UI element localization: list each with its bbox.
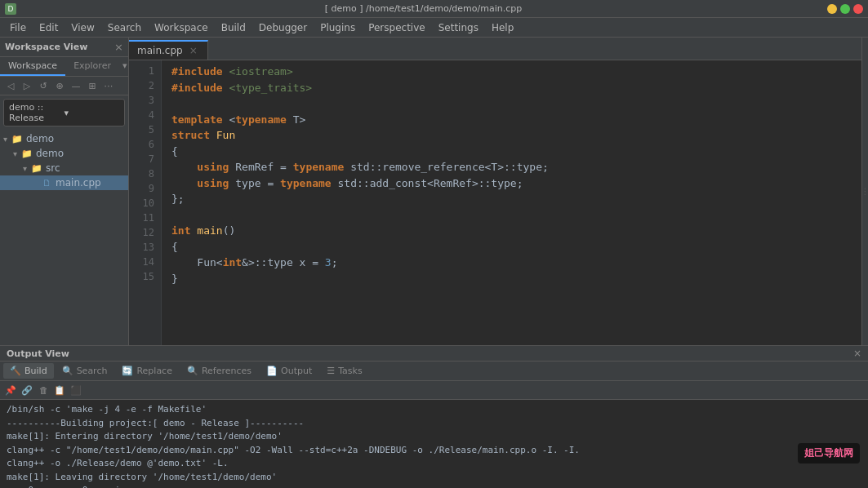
tree-item-demo-root[interactable]: ▾ 📁 demo [0, 131, 128, 146]
folder-icon: 📁 [11, 133, 23, 144]
menu-plugins[interactable]: Plugins [314, 20, 362, 35]
output-content: /bin/sh -c 'make -j 4 -e -f Makefile' --… [0, 400, 868, 488]
workspace-panel-title: Workspace View [5, 42, 87, 52]
output-tab-output[interactable]: 📄 Output [260, 363, 318, 379]
tree-label-demo-folder: demo [36, 148, 64, 159]
app-icon: D [5, 3, 16, 15]
workspace-tabs: Workspace Explorer ▾ [0, 57, 128, 77]
output-tab-replace[interactable]: 🔄 Replace [115, 363, 179, 379]
menu-debugger[interactable]: Debugger [252, 20, 314, 35]
file-tree: ▾ 📁 demo ▾ 📁 demo ▾ 📁 src [0, 130, 128, 345]
output-tabs: 🔨 Build 🔍 Search 🔄 Replace 🔍 References … [0, 362, 868, 381]
editor-tab-close-button[interactable]: × [188, 45, 199, 56]
output-toolbar: 📌 🔗 🗑 📋 ⬛ [0, 381, 868, 400]
tab-workspace[interactable]: Workspace [0, 57, 65, 76]
tree-item-demo-folder[interactable]: ▾ 📁 demo [0, 146, 128, 161]
output-line-6: make[1]: Leaving directory '/home/test1/… [7, 471, 861, 485]
tree-arrow-2: ▾ [13, 149, 21, 158]
right-resize-sash[interactable]: ⋮ [861, 38, 868, 345]
output-tab-build[interactable]: 🔨 Build [3, 363, 54, 379]
tree-label-src: src [46, 162, 60, 174]
toolbar-expand-icon[interactable]: ⊞ [85, 78, 100, 93]
replace-tab-label: Replace [136, 366, 172, 376]
config-label: demo :: Release [9, 102, 65, 123]
output-line-2: ----------Building project:[ demo - Rele… [7, 417, 861, 431]
search-tab-label: Search [77, 366, 108, 376]
menu-build[interactable]: Build [215, 20, 252, 35]
output-tab-output-label: Output [281, 366, 312, 376]
workspace-panel: Workspace View × Workspace Explorer ▾ ◁ … [0, 38, 129, 345]
output-panel-title: Output View [7, 348, 69, 359]
code-content[interactable]: #include <iostream> #include <type_trait… [162, 60, 861, 345]
output-line-1: /bin/sh -c 'make -j 4 -e -f Makefile' [7, 403, 861, 417]
output-line-5: clang++ -o ./Release/demo @'demo.txt' -L… [7, 457, 861, 471]
editor-tab-main-cpp[interactable]: main.cpp × [129, 40, 208, 60]
menu-help[interactable]: Help [485, 20, 520, 35]
output-copy-icon[interactable]: 📋 [52, 383, 67, 397]
build-tab-icon: 🔨 [10, 366, 21, 376]
toolbar-forward-icon[interactable]: ▷ [20, 78, 34, 93]
tree-label-main-cpp: main.cpp [56, 177, 101, 189]
output-tab-search[interactable]: 🔍 Search [56, 363, 114, 379]
references-tab-icon: 🔍 [187, 366, 198, 376]
menu-view[interactable]: View [65, 20, 100, 35]
tree-label-demo-root: demo [26, 133, 54, 144]
output-clear-icon[interactable]: 🗑 [36, 383, 51, 397]
folder-icon-2: 📁 [21, 148, 33, 159]
menu-perspective[interactable]: Perspective [362, 20, 432, 35]
folder-icon-src: 📁 [31, 162, 42, 174]
tasks-tab-label: Tasks [338, 366, 362, 376]
editor-tab-label: main.cpp [137, 45, 183, 56]
tree-item-src[interactable]: ▾ 📁 src [0, 161, 128, 175]
menu-bar: File Edit View Search Workspace Build De… [0, 18, 868, 38]
tree-item-main-cpp[interactable]: 🗋 main.cpp [0, 175, 128, 190]
toolbar-add-icon[interactable]: ⊕ [52, 78, 67, 93]
tab-explorer[interactable]: Explorer [65, 57, 119, 76]
references-tab-label: References [202, 366, 251, 376]
menu-file[interactable]: File [3, 20, 33, 35]
output-stop-icon[interactable]: ⬛ [69, 383, 83, 397]
chevron-down-icon: ▾ [65, 108, 120, 118]
bottom-panel-header: Output View × [0, 346, 868, 362]
toolbar-back-icon[interactable]: ◁ [3, 78, 18, 93]
output-line-3: make[1]: Entering directory '/home/test1… [7, 430, 861, 444]
menu-settings[interactable]: Settings [432, 20, 485, 35]
maximize-button[interactable] [840, 4, 850, 14]
toolbar-collapse-icon[interactable]: — [69, 78, 83, 93]
editor-tabs: main.cpp × [129, 38, 861, 60]
config-dropdown[interactable]: demo :: Release ▾ [3, 99, 125, 126]
output-line-4: clang++ -c "/home/test1/demo/demo/main.c… [7, 444, 861, 458]
toolbar-refresh-icon[interactable]: ↺ [36, 78, 51, 93]
line-numbers: 12345 678910 1112131415 [129, 60, 162, 345]
minimize-button[interactable] [827, 4, 837, 14]
search-tab-icon: 🔍 [62, 366, 73, 376]
main-layout: Workspace View × Workspace Explorer ▾ ◁ … [0, 38, 868, 345]
menu-workspace[interactable]: Workspace [148, 20, 215, 35]
output-tab-icon: 📄 [266, 366, 278, 376]
output-line-7: ====0 errors, 0 warnings==== [7, 484, 861, 488]
editor-area: main.cpp × 12345 678910 1112131415 #incl… [129, 38, 861, 345]
tasks-tab-icon: ☰ [327, 366, 335, 376]
workspace-panel-header: Workspace View × [0, 38, 128, 57]
menu-search[interactable]: Search [101, 20, 148, 35]
title-bar: D [ demo ] /home/test1/demo/demo/main.cp… [0, 0, 868, 18]
close-workspace-panel-button[interactable]: × [114, 41, 123, 53]
menu-edit[interactable]: Edit [33, 20, 65, 35]
bottom-panel: Output View × 🔨 Build 🔍 Search 🔄 Replace… [0, 345, 868, 488]
close-window-button[interactable] [853, 4, 863, 14]
toolbar-more-icon[interactable]: ⋯ [101, 78, 116, 93]
file-icon-main-cpp: 🗋 [41, 177, 52, 189]
output-tab-references[interactable]: 🔍 References [180, 363, 258, 379]
output-tab-tasks[interactable]: ☰ Tasks [320, 363, 368, 379]
watermark: 姐己导航网 [798, 443, 860, 464]
window-controls [827, 4, 863, 14]
window-title: [ demo ] /home/test1/demo/demo/main.cpp [20, 3, 827, 14]
close-bottom-panel-button[interactable]: × [853, 348, 861, 359]
tree-arrow-src: ▾ [23, 164, 31, 173]
code-editor[interactable]: 12345 678910 1112131415 #include <iostre… [129, 60, 861, 345]
output-pin-icon[interactable]: 📌 [3, 383, 18, 397]
tree-arrow: ▾ [3, 135, 11, 144]
build-tab-label: Build [24, 366, 47, 376]
workspace-toolbar: ◁ ▷ ↺ ⊕ — ⊞ ⋯ [0, 77, 128, 95]
output-link-icon[interactable]: 🔗 [20, 383, 34, 397]
